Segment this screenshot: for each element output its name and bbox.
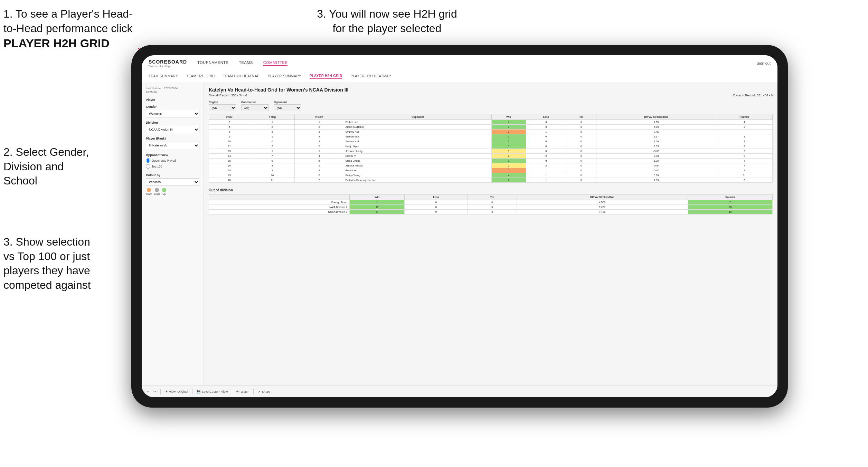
out-col-rounds: Rounds <box>688 194 773 200</box>
col-div: # Div <box>209 114 250 120</box>
table-row: 5 2 2 Alexis Sudjianto 1 0 0 4.00 3 <box>209 125 773 130</box>
cell-diff: 1.50 <box>596 120 716 125</box>
subnav-team-h2h-grid[interactable]: TEAM H2H GRID <box>186 74 215 79</box>
cell-tie: 0 <box>566 178 596 183</box>
radio-opponents-played[interactable]: Opponents Played <box>146 158 199 163</box>
col-rounds: Rounds <box>716 114 773 120</box>
logo-text: SCOREBOARD <box>149 59 187 65</box>
cell-win: 0 <box>491 168 526 173</box>
down-label: Down <box>146 193 152 195</box>
bottom-toolbar: ↩ ↪ 👁 View: Original 💾 Save Custom View <box>204 385 777 397</box>
out-cell-loss: 0 <box>405 210 468 215</box>
conference-select[interactable]: (All) <box>241 104 269 111</box>
cell-rounds: 3 <box>716 134 773 139</box>
col-opponent: Opponent <box>344 114 491 120</box>
col-conf: # Conf <box>295 114 344 120</box>
subnav-player-h2h-heatmap[interactable]: PLAYER H2H HEATMAP <box>350 74 391 79</box>
gender-select[interactable]: Women's Men's <box>146 110 199 117</box>
cell-div: 13 <box>209 149 250 154</box>
player-rank-label: Player (Rank) <box>146 137 199 140</box>
table-row: 3 1 1 Esther Lee 1 0 0 1.50 4 <box>209 120 773 125</box>
cell-reg: 2 <box>250 125 295 130</box>
save-custom-btn[interactable]: 💾 Save Custom View <box>204 390 228 393</box>
legend: Down Level Up <box>146 188 199 195</box>
cell-tie: 0 <box>566 139 596 144</box>
out-cell-win: 15 <box>349 205 405 210</box>
nav-committee[interactable]: COMMITTEE <box>263 60 288 66</box>
cell-win: 1 <box>491 159 526 163</box>
cell-diff: 0.38 <box>596 154 716 159</box>
subnav-player-summary[interactable]: PLAYER SUMMARY <box>268 74 301 79</box>
radio-top100[interactable]: Top 100 <box>146 164 199 169</box>
cell-loss: 0 <box>526 125 566 130</box>
opponent-label: Opponent <box>274 101 301 104</box>
gender-label: Gender <box>146 105 199 108</box>
share-icon: ↗ <box>258 390 261 393</box>
cell-reg: 6 <box>250 139 295 144</box>
step3-top-line2: for the player selected <box>333 22 442 35</box>
cell-div: 6 <box>209 130 250 134</box>
cell-opponent: Emily Chang <box>344 173 491 178</box>
step3-top-line1: 3. You will now see H2H grid <box>317 8 457 20</box>
opponent-filter-group: Opponent (All) <box>274 101 301 111</box>
region-select[interactable]: (All) <box>209 104 236 111</box>
conference-filter-group: Conference (All) <box>241 101 269 111</box>
opponent-select[interactable]: (All) <box>274 104 301 111</box>
out-table-row: NAIA Division 1 15 0 0 9.267 30 <box>209 205 773 210</box>
legend-level: Level <box>154 188 160 195</box>
cell-loss: 0 <box>526 120 566 125</box>
cell-conf: 5 <box>295 144 344 149</box>
cell-diff: 4.00 <box>596 125 716 130</box>
watch-btn[interactable]: 👁 Watch <box>236 390 249 393</box>
share-btn[interactable]: ↗ Share <box>258 390 270 393</box>
cell-reg: 7 <box>250 154 295 159</box>
cell-tie: 0 <box>566 149 596 154</box>
cell-div: 14 <box>209 154 250 159</box>
out-table-row: Foreign Team 1 0 0 4.500 2 <box>209 200 773 205</box>
out-col-diff: Diff Av Strokes/Rnd <box>517 194 688 200</box>
cell-reg: 3 <box>250 163 295 168</box>
division-select[interactable]: NCAA Division III NCAA Division I NCAA D… <box>146 126 199 133</box>
subnav-player-h2h-grid[interactable]: PLAYER H2H GRID <box>310 74 342 79</box>
last-updated-label: Last Updated: 27/03/2024 <box>146 87 178 90</box>
subnav-team-h2h-heatmap[interactable]: TEAM H2H HEATMAP <box>223 74 260 79</box>
cell-opponent: Jessica Mason <box>344 163 491 168</box>
main-content: Last Updated: 27/03/2024 16:55:38 Player… <box>142 82 777 397</box>
out-cell-rounds: 30 <box>688 205 773 210</box>
player-section: Player <box>146 98 199 102</box>
cell-div: 5 <box>209 125 250 130</box>
cell-opponent: Esther Lee <box>344 120 491 125</box>
radio1-label: Opponents Played <box>152 159 176 162</box>
cell-rounds: 2 <box>716 149 773 154</box>
player-rank-select[interactable]: 8. Katelyn Vo <box>146 142 199 149</box>
radio-group: Opponents Played Top 100 <box>146 158 199 169</box>
cell-rounds: 3 <box>716 125 773 130</box>
out-col-tie: Tie <box>468 194 517 200</box>
out-cell-tie: 0 <box>468 210 517 215</box>
down-dot <box>147 188 151 192</box>
cell-tie: 0 <box>566 163 596 168</box>
table-row: 20 11 7 Federica Domecq Lacroze 2 1 0 1.… <box>209 178 773 183</box>
out-cell-diff: 9.267 <box>517 205 688 210</box>
nav-teams[interactable]: TEAMS <box>239 60 253 66</box>
cell-reg: 10 <box>250 173 295 178</box>
app-logo: SCOREBOARD Powered by clippd <box>149 59 187 67</box>
step3-bot-line4: competed against <box>3 279 91 291</box>
out-cell-diff: 7.400 <box>517 210 688 215</box>
cell-reg: 1 <box>250 149 295 154</box>
cell-opponent: Sydney Kuo <box>344 130 491 134</box>
colour-by-select[interactable]: Win/loss <box>146 178 199 186</box>
cell-win: 1 <box>491 120 526 125</box>
cell-conf: 2 <box>295 168 344 173</box>
watch-icon: 👁 <box>236 390 239 393</box>
nav-tournaments[interactable]: TOURNAMENTS <box>197 60 228 66</box>
table-header-row: # Div # Reg # Conf Opponent Win Loss Tie… <box>209 114 773 120</box>
cell-div: 19 <box>209 173 250 178</box>
legend-up: Up <box>162 188 166 195</box>
cell-win: 2 <box>491 139 526 144</box>
subnav-team-summary[interactable]: TEAM SUMMARY <box>149 74 178 79</box>
sign-out[interactable]: Sign out <box>757 61 771 65</box>
cell-rounds: 11 <box>716 173 773 178</box>
cell-div: 20 <box>209 178 250 183</box>
cell-rounds: 4 <box>716 120 773 125</box>
